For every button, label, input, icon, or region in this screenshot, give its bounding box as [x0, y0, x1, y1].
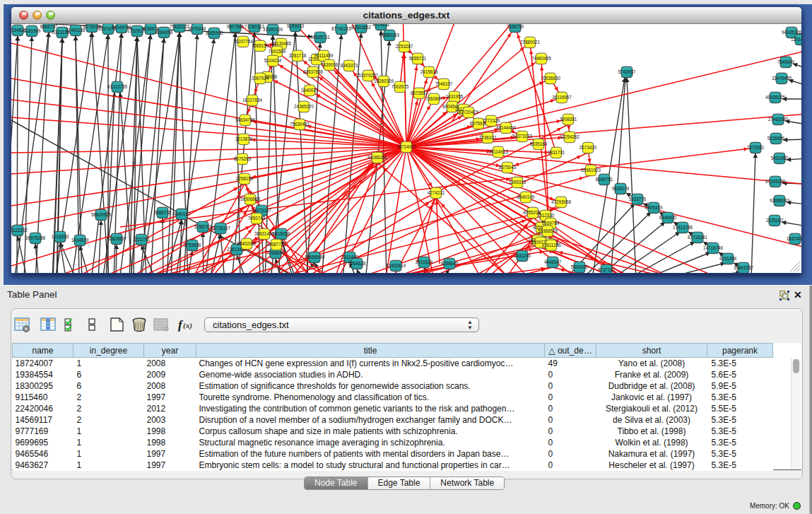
svg-text:54634786: 54634786 [235, 117, 256, 122]
svg-text:7565150: 7565150 [252, 43, 269, 48]
svg-text:84537838: 84537838 [303, 69, 324, 74]
svg-text:8865797: 8865797 [40, 24, 58, 29]
svg-text:2067924: 2067924 [252, 76, 269, 81]
svg-text:27880021: 27880021 [520, 40, 541, 45]
svg-text:7372651: 7372651 [747, 145, 765, 150]
svg-text:5431982: 5431982 [771, 156, 789, 160]
svg-text:82720429: 82720429 [459, 110, 479, 115]
svg-text:96111489: 96111489 [314, 53, 334, 58]
svg-text:6181909: 6181909 [23, 28, 41, 33]
svg-text:5935164: 5935164 [530, 141, 548, 146]
svg-text:48144494: 48144494 [496, 125, 517, 130]
svg-text:51979237: 51979237 [358, 73, 379, 78]
svg-text:7450749: 7450749 [248, 216, 266, 221]
svg-text:5264628: 5264628 [348, 261, 366, 266]
svg-text:71760313: 71760313 [245, 24, 265, 29]
svg-text:7338750: 7338750 [507, 24, 524, 29]
svg-text:1831240: 1831240 [514, 253, 531, 258]
svg-text:34273167: 34273167 [252, 208, 272, 213]
svg-text:12014620: 12014620 [791, 37, 801, 42]
svg-text:36114913: 36114913 [488, 149, 508, 154]
svg-text:8576283: 8576283 [234, 156, 252, 161]
svg-text:1399315: 1399315 [509, 180, 526, 185]
svg-text:4340187: 4340187 [173, 211, 191, 216]
svg-text:74460495: 74460495 [531, 56, 552, 61]
svg-text:1434839: 1434839 [71, 238, 89, 243]
svg-text:24365370: 24365370 [294, 104, 314, 109]
svg-text:9818174: 9818174 [612, 186, 630, 191]
svg-text:92828807: 92828807 [107, 236, 127, 241]
svg-text:1640037: 1640037 [301, 88, 319, 93]
svg-text:7512330: 7512330 [537, 213, 555, 218]
svg-text:5104234: 5104234 [264, 58, 282, 63]
svg-text:7439008: 7439008 [321, 62, 339, 67]
svg-text:7772326: 7772326 [483, 118, 500, 123]
svg-text:86402067: 86402067 [237, 241, 257, 246]
svg-text:1025167: 1025167 [766, 218, 784, 223]
svg-text:32470455: 32470455 [772, 76, 792, 81]
svg-text:2759898: 2759898 [184, 243, 201, 247]
svg-text:6449920: 6449920 [659, 215, 677, 220]
svg-text:39841537: 39841537 [734, 265, 754, 270]
svg-text:82803852: 82803852 [351, 25, 372, 30]
svg-text:59366578: 59366578 [538, 228, 558, 233]
svg-text:4079244: 4079244 [189, 26, 206, 31]
svg-text:54373233: 54373233 [512, 134, 533, 139]
svg-text:92889093: 92889093 [770, 198, 790, 203]
svg-text:8684268: 8684268 [155, 30, 173, 35]
svg-text:39975288: 39975288 [25, 235, 46, 240]
svg-text:6888718: 6888718 [154, 210, 172, 215]
svg-text:92254282: 92254282 [560, 134, 580, 139]
svg-text:7360607: 7360607 [425, 96, 443, 101]
svg-text:2419314: 2419314 [416, 259, 433, 264]
svg-text:9414852: 9414852 [372, 24, 390, 27]
svg-text:80658948: 80658948 [305, 255, 325, 259]
svg-text:2258153: 2258153 [236, 176, 254, 181]
svg-text:5655721: 5655721 [409, 56, 427, 61]
svg-text:1222791: 1222791 [133, 237, 151, 242]
svg-text:5333776: 5333776 [629, 197, 647, 201]
svg-text:70536630: 70536630 [541, 76, 561, 81]
svg-text:4448347: 4448347 [544, 259, 562, 264]
svg-text:8058649: 8058649 [441, 261, 459, 266]
svg-text:8343373: 8343373 [341, 63, 358, 68]
svg-text:38831436: 38831436 [254, 231, 275, 236]
svg-text:4268656: 4268656 [267, 250, 285, 255]
svg-text:9159013: 9159013 [287, 24, 305, 28]
svg-text:8990751: 8990751 [596, 177, 613, 182]
svg-text:2673420: 2673420 [579, 145, 597, 150]
svg-text:3008261: 3008261 [560, 117, 577, 122]
svg-text:8940199: 8940199 [517, 194, 535, 199]
svg-text:18227654: 18227654 [242, 98, 263, 103]
svg-text:14718746: 14718746 [703, 245, 724, 250]
svg-text:7691564: 7691564 [269, 49, 286, 54]
svg-text:4274231: 4274231 [428, 190, 445, 195]
svg-text:11687731: 11687731 [266, 242, 286, 247]
svg-text:87741215: 87741215 [331, 26, 352, 31]
svg-text:9907866: 9907866 [227, 24, 245, 29]
svg-text:70207764: 70207764 [233, 39, 254, 44]
svg-text:8375043: 8375043 [499, 165, 517, 170]
svg-text:7546107: 7546107 [435, 81, 453, 86]
svg-text:9831701: 9831701 [548, 150, 565, 155]
svg-text:58620579: 58620579 [91, 212, 112, 217]
svg-text:5126906: 5126906 [767, 136, 785, 141]
svg-text:9737167: 9737167 [598, 267, 616, 272]
svg-text:93726167: 93726167 [211, 226, 231, 230]
svg-text:7236107: 7236107 [479, 135, 497, 140]
svg-text:7849340: 7849340 [777, 59, 795, 64]
svg-text:31590109: 31590109 [263, 27, 283, 32]
svg-text:6169784: 6169784 [542, 221, 560, 226]
svg-text:86122202: 86122202 [11, 228, 28, 233]
svg-text:6873557: 6873557 [411, 90, 428, 95]
svg-text:66130445: 66130445 [271, 41, 292, 46]
svg-text:60961923: 60961923 [581, 168, 601, 173]
svg-text:2253287: 2253287 [396, 44, 413, 49]
svg-text:91086201: 91086201 [367, 155, 388, 160]
svg-text:(x): (x) [183, 321, 192, 330]
svg-text:5504000: 5504000 [571, 264, 589, 269]
svg-text:3213878: 3213878 [235, 136, 253, 141]
svg-text:40435205: 40435205 [765, 95, 786, 100]
svg-text:19260309: 19260309 [374, 78, 394, 83]
svg-text:87718341: 87718341 [688, 235, 708, 240]
